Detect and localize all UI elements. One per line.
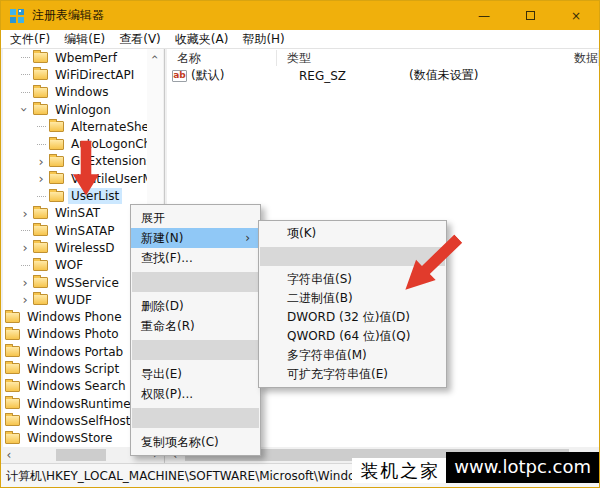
context-menu-item[interactable]: 展开 <box>131 208 260 228</box>
context-menu-item[interactable]: 查找(F)... <box>131 248 260 268</box>
tree-expander-icon[interactable] <box>33 144 49 145</box>
menubar-item[interactable]: 文件(F) <box>3 31 57 48</box>
folder-icon <box>49 121 64 132</box>
context-menu-item[interactable]: 导出(E) <box>131 364 260 384</box>
tree-item[interactable]: WirelessD <box>3 239 147 256</box>
tree-expander-icon[interactable] <box>17 92 33 93</box>
submenu-item[interactable]: 可扩充字符串值(E) <box>259 365 446 384</box>
tree-item[interactable]: WinSATAP <box>3 222 147 239</box>
context-menu-item[interactable]: 新建(N) › <box>131 228 260 248</box>
folder-icon <box>5 363 20 374</box>
submenu-item[interactable]: 项(K) <box>259 224 446 243</box>
column-header[interactable]: 类型 <box>277 50 564 66</box>
tree-expander-icon[interactable] <box>17 74 33 75</box>
window-title: 注册表编辑器 <box>32 7 104 24</box>
folder-icon <box>33 69 48 80</box>
list-header: 名称类型数据 <box>167 49 599 67</box>
tree-item-label: WUDF <box>52 292 95 308</box>
context-menu-item[interactable] <box>132 340 259 360</box>
tree-item[interactable]: WUDF <box>3 291 147 308</box>
submenu-item[interactable]: QWORD (64 位)值(Q) <box>259 327 446 346</box>
tree-item[interactable]: AlternateShel <box>3 118 147 135</box>
context-menu-item[interactable] <box>132 408 259 428</box>
tree-expander-icon[interactable] <box>33 196 49 197</box>
menu-item-label: 重命名(R) <box>141 318 195 335</box>
column-header[interactable]: 数据 <box>564 50 599 66</box>
menubar-item[interactable]: 查看(V) <box>112 31 168 48</box>
tree-expander-icon[interactable] <box>17 293 33 306</box>
tree-expander-icon[interactable] <box>17 57 33 58</box>
close-button[interactable]: × <box>553 1 599 30</box>
tree-item-label: WindowsStore <box>24 430 115 446</box>
tree-item-label: WSService <box>52 275 122 291</box>
folder-icon <box>49 156 64 167</box>
tree-expander-icon[interactable] <box>17 265 33 266</box>
tree-item[interactable]: Windows Script <box>3 360 147 377</box>
menubar-item[interactable]: 帮助(H) <box>235 31 291 48</box>
registry-value-row[interactable]: ab (默认) REG_SZ (数值未设置) <box>167 67 599 84</box>
scroll-left-icon[interactable]: ‹ <box>1 447 17 463</box>
tree-item-label: AlternateShel <box>68 119 147 135</box>
context-menu-item[interactable]: 删除(D) <box>131 296 260 316</box>
tree-item-label: WindowsRuntime <box>24 396 134 412</box>
context-menu-item[interactable]: 重命名(R) <box>131 316 260 336</box>
maximize-button[interactable] <box>507 1 553 30</box>
tree-expander-icon[interactable] <box>17 241 33 254</box>
menu-item-label: 项(K) <box>287 225 316 242</box>
tree-expander-icon[interactable] <box>33 155 49 168</box>
folder-icon <box>33 87 48 98</box>
menubar-item[interactable]: 收藏夹(A) <box>168 31 236 48</box>
new-submenu: 项(K) 字符串值(S) 二进制值(B) DWORD (32 位)值(D) QW… <box>258 220 447 388</box>
tree-expander-icon[interactable] <box>17 276 33 289</box>
tree-item[interactable]: WSService <box>3 274 147 291</box>
submenu-item[interactable]: DWORD (32 位)值(D) <box>259 308 446 327</box>
column-header[interactable]: 名称 <box>167 50 277 66</box>
tree-item-label: WinSATAP <box>52 223 118 239</box>
value-type: REG_SZ <box>289 69 399 83</box>
folder-icon <box>5 346 20 357</box>
tree-expander-icon[interactable] <box>17 207 33 220</box>
menu-item-label: 展开 <box>141 210 165 227</box>
folder-icon <box>33 277 48 288</box>
tree-item[interactable]: Windows <box>3 84 147 101</box>
tree-item[interactable]: WindowsStore <box>3 430 147 447</box>
folder-icon <box>49 139 64 150</box>
watermark: 装机之家 www.lotpc.com <box>352 452 599 483</box>
context-menu-item[interactable]: 权限(P)... <box>131 384 260 404</box>
scroll-up-icon[interactable]: ‹ <box>147 49 163 65</box>
tree-item[interactable]: WiFiDirectAPI <box>3 66 147 83</box>
tree-item-label: Windows Script <box>24 361 122 377</box>
tree-expander-icon[interactable] <box>17 103 33 116</box>
tree-expander-icon[interactable] <box>33 126 49 127</box>
submenu-item[interactable]: 多字符串值(M) <box>259 346 446 365</box>
folder-icon <box>5 398 20 409</box>
tree-item-label: Winlogon <box>52 102 114 118</box>
context-menu-item[interactable] <box>132 272 259 292</box>
tree-item[interactable]: WinSAT <box>3 205 147 222</box>
folder-icon <box>33 52 48 63</box>
value-name: (默认) <box>191 67 224 84</box>
folder-icon <box>5 433 20 444</box>
tree-item[interactable]: WindowsRuntime <box>3 395 147 412</box>
watermark-site-name: 装机之家 <box>352 458 446 483</box>
tree-item-label: Windows Photo <box>24 326 122 342</box>
tree-item[interactable]: Windows Portab <box>3 343 147 360</box>
tree-item[interactable]: Winlogon <box>3 101 147 118</box>
window-controls: — × <box>461 1 599 30</box>
tree-item[interactable]: WbemPerf <box>3 49 147 66</box>
tree-item-label: Windows Search <box>24 378 129 394</box>
tree-item[interactable]: Windows Search <box>3 378 147 395</box>
tree-item-label: WbemPerf <box>52 50 120 66</box>
context-menu-item[interactable]: 复制项名称(C) <box>131 432 260 452</box>
tree-item[interactable]: WOF <box>3 257 147 274</box>
tree-item[interactable]: Windows Photo <box>3 326 147 343</box>
tree-item[interactable]: WindowsSelfHost <box>3 412 147 429</box>
scrollbar-thumb[interactable] <box>56 449 106 461</box>
tree-expander-icon[interactable] <box>33 172 49 185</box>
titlebar: 注册表编辑器 — × <box>1 1 599 30</box>
tree-item[interactable]: Windows Phone <box>3 308 147 325</box>
minimize-button[interactable]: — <box>461 1 507 30</box>
menu-item-label: 可扩充字符串值(E) <box>287 366 388 383</box>
tree-expander-icon[interactable] <box>17 230 33 231</box>
menubar-item[interactable]: 编辑(E) <box>57 31 112 48</box>
